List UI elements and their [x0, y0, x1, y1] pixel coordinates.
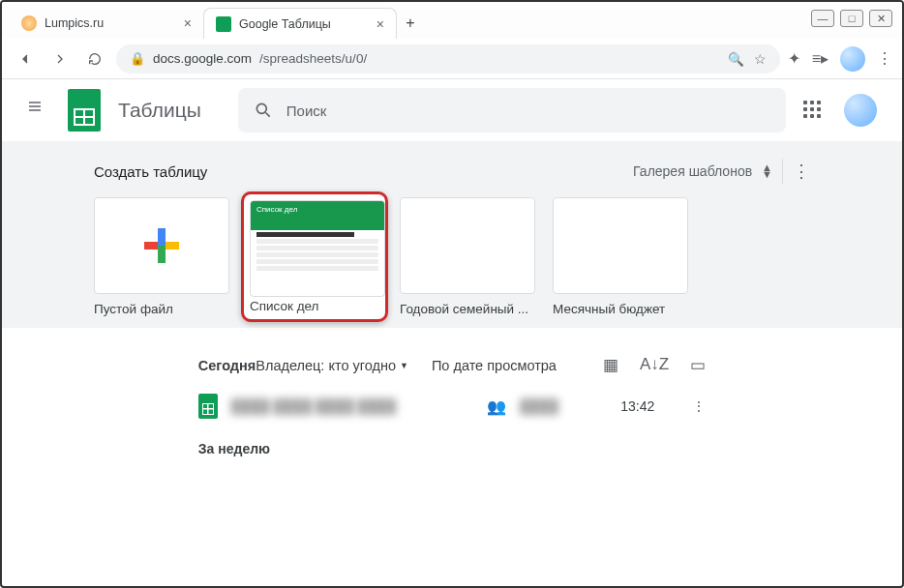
- main-menu-button[interactable]: [27, 99, 50, 122]
- section-label: За неделю: [198, 427, 706, 464]
- file-name: ████ ████ ████ ████: [231, 398, 473, 414]
- extensions-icon[interactable]: ✦: [788, 49, 800, 68]
- template-label: Список дел: [250, 299, 379, 313]
- arrow-right-icon: [52, 51, 68, 67]
- sheets-logo[interactable]: [68, 89, 101, 132]
- tab-title: Google Таблицы: [239, 17, 331, 31]
- browser-tab-sheets[interactable]: Google Таблицы ×: [203, 8, 397, 39]
- template-thumb: [553, 197, 688, 294]
- gallery-link[interactable]: Галерея шаблонов: [633, 163, 752, 179]
- search-input[interactable]: Поиск: [238, 88, 786, 132]
- template-label: Месячный бюджет: [553, 302, 688, 316]
- window-close-button[interactable]: ✕: [869, 10, 892, 27]
- search-in-page-icon[interactable]: 🔍: [728, 51, 744, 67]
- tab-strip: Lumpics.ru × Google Таблицы × +: [2, 2, 902, 39]
- template-label: Пустой файл: [94, 302, 229, 316]
- template-label: Годовой семейный ...: [400, 302, 535, 316]
- owner-filter-label: Владелец: кто угодно: [256, 358, 396, 373]
- gallery-heading: Создать таблицу: [94, 163, 207, 180]
- tab-title: Lumpics.ru: [45, 16, 104, 30]
- app-header: Таблицы Поиск: [2, 79, 902, 141]
- lock-icon: 🔒: [130, 51, 145, 66]
- file-more-button[interactable]: ⋮: [692, 398, 706, 414]
- hamburger-icon: [27, 99, 43, 114]
- file-time: 13:42: [620, 398, 678, 414]
- expand-collapse-icon[interactable]: ▲▼: [762, 164, 772, 178]
- address-bar-actions: 🔍 ☆: [728, 51, 767, 67]
- grid-view-icon[interactable]: ▦: [603, 355, 618, 375]
- caret-down-icon: ▼: [400, 361, 408, 370]
- template-todo-list[interactable]: Список дел Список дел: [247, 197, 382, 316]
- window-minimize-button[interactable]: —: [811, 10, 834, 27]
- gallery-more-button[interactable]: ⋮: [793, 161, 810, 182]
- sort-button[interactable]: По дате просмотра: [432, 358, 557, 373]
- template-monthly-budget[interactable]: Месячный бюджет: [553, 197, 688, 316]
- url-host: docs.google.com: [153, 51, 252, 66]
- template-blank[interactable]: Пустой файл: [94, 197, 229, 316]
- window-maximize-button[interactable]: □: [840, 10, 863, 27]
- search-placeholder: Поиск: [286, 103, 327, 119]
- tab-close-icon[interactable]: ×: [184, 15, 192, 31]
- address-bar[interactable]: 🔒 docs.google.com/spreadsheets/u/0/ 🔍 ☆: [116, 44, 780, 74]
- template-thumb: Список дел: [250, 200, 385, 297]
- template-thumb: [400, 197, 535, 294]
- file-row[interactable]: ████ ████ ████ ████ 👥 ████ 13:42 ⋮: [198, 385, 706, 427]
- open-picker-icon[interactable]: ▭: [690, 355, 706, 375]
- back-button[interactable]: [12, 45, 39, 73]
- bookmark-icon[interactable]: ☆: [754, 51, 767, 67]
- divider: [782, 159, 783, 184]
- template-gallery: Создать таблицу Галерея шаблонов ▲▼ ⋮ Пу…: [2, 141, 902, 328]
- reload-button[interactable]: [81, 45, 108, 73]
- new-tab-button[interactable]: +: [397, 10, 424, 37]
- app-title: Таблицы: [118, 99, 201, 122]
- reload-icon: [87, 51, 103, 67]
- plus-icon: [144, 228, 179, 263]
- reading-list-icon[interactable]: ≡▸: [812, 49, 829, 68]
- browser-window: — □ ✕ Lumpics.ru × Google Таблицы × + 🔒 …: [0, 0, 904, 588]
- sort-az-icon[interactable]: A↓Z: [640, 355, 669, 375]
- section-label: Сегодня: [198, 358, 256, 373]
- account-avatar[interactable]: [844, 94, 877, 127]
- files-area: Сегодня Владелец: кто угодно ▼ По дате п…: [198, 328, 706, 482]
- svg-point-0: [256, 103, 266, 113]
- google-apps-button[interactable]: [803, 101, 823, 120]
- files-toolbar: Сегодня Владелец: кто угодно ▼ По дате п…: [198, 345, 706, 385]
- arrow-left-icon: [17, 51, 33, 67]
- file-owner: ████: [520, 398, 607, 414]
- browser-toolbar: 🔒 docs.google.com/spreadsheets/u/0/ 🔍 ☆ …: [2, 39, 902, 79]
- template-yearly-family[interactable]: Годовой семейный ...: [400, 197, 535, 316]
- sheets-file-icon: [198, 394, 218, 419]
- tab-close-icon[interactable]: ×: [377, 16, 384, 32]
- search-icon: [254, 101, 273, 120]
- url-path: /spreadsheets/u/0/: [259, 51, 367, 66]
- owner-filter-button[interactable]: Владелец: кто угодно ▼: [256, 358, 408, 373]
- favicon-lumpics: [21, 15, 37, 31]
- browser-menu-icon[interactable]: ⋮: [877, 49, 892, 68]
- window-controls: — □ ✕: [811, 10, 892, 27]
- shared-icon: 👥: [487, 397, 506, 416]
- browser-tab-lumpics[interactable]: Lumpics.ru ×: [10, 8, 203, 39]
- favicon-sheets: [216, 16, 231, 32]
- profile-avatar[interactable]: [840, 46, 865, 72]
- forward-button[interactable]: [46, 45, 74, 73]
